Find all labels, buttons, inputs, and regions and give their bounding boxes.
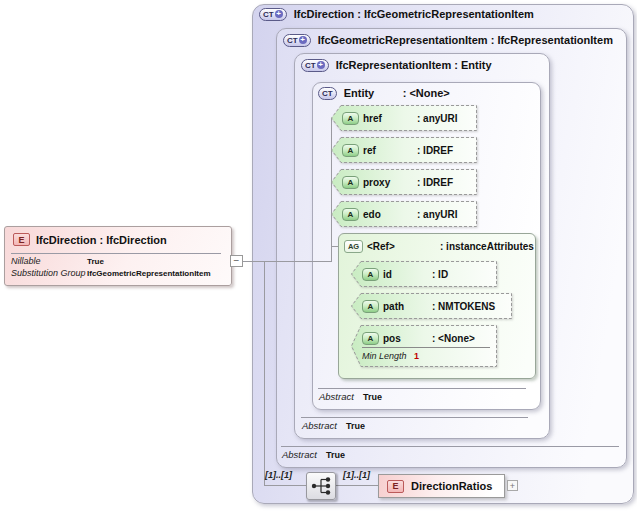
abstract-value: True — [346, 421, 365, 431]
abstract-separator — [301, 417, 528, 418]
attribute-href[interactable]: Ahref: anyURI — [331, 105, 477, 131]
header-ifcrepresentationitem: CT+ IfcRepresentationItem : Entity — [301, 58, 492, 72]
attribute-group-name: <Ref> — [367, 241, 436, 252]
element-header: E IfcDirection : IfcDirection — [13, 233, 167, 246]
attribute-group-type: : instanceAttributes — [440, 241, 534, 252]
attribute-icon: A — [342, 112, 359, 125]
type-title: IfcGeometricRepresentationItem : IfcRepr… — [318, 34, 613, 46]
abstract-separator — [318, 388, 526, 389]
attribute-name: path — [383, 301, 428, 312]
attribute-type: : anyURI — [417, 209, 458, 220]
attribute-type: : ID — [432, 269, 448, 280]
expand-button[interactable]: + — [507, 480, 518, 491]
attribute-group-icon: AG — [344, 240, 363, 253]
schema-diagram: CT+ IfcDirection : IfcGeometricRepresent… — [0, 0, 637, 511]
attribute-type: : <None> — [432, 333, 475, 344]
attribute-icon: A — [362, 300, 379, 313]
attribute-type: : anyURI — [417, 113, 458, 124]
attribute-id[interactable]: Aid: ID — [351, 261, 497, 287]
attribute-path[interactable]: Apath: NMTOKENS — [351, 293, 512, 319]
connector-line — [264, 485, 306, 486]
collapse-button[interactable]: − — [230, 255, 243, 267]
attribute-ref[interactable]: Aref: IDREF — [331, 137, 477, 163]
property-label: Substitution Group — [11, 268, 86, 278]
abstract-value: True — [363, 392, 382, 402]
complextype-icon[interactable]: CT — [318, 87, 337, 100]
element-directionratios[interactable]: E DirectionRatios — [378, 474, 505, 498]
property-value: True — [87, 257, 104, 266]
abstract-label: Abstract — [319, 391, 354, 402]
abstract-value: True — [326, 450, 345, 460]
attribute-group-header: AG <Ref> : instanceAttributes — [344, 239, 534, 253]
derived-plus-icon: + — [299, 36, 307, 44]
header-ifcdirection-type: CT+ IfcDirection : IfcGeometricRepresent… — [259, 7, 534, 21]
type-title: IfcRepresentationItem : Entity — [336, 59, 492, 71]
cardinality-label: [1]..[1] — [265, 470, 292, 480]
attribute-proxy[interactable]: Aproxy: IDREF — [331, 169, 477, 195]
attribute-edo[interactable]: Aedo: anyURI — [331, 201, 477, 227]
connector-line — [264, 261, 265, 486]
element-icon: E — [13, 233, 30, 246]
facet-separator — [362, 347, 490, 348]
facet-label: Min Length — [362, 351, 407, 361]
attribute-type: : NMTOKENS — [432, 301, 495, 312]
element-separator — [11, 253, 221, 254]
attribute-icon: A — [362, 332, 379, 345]
abstract-label: Abstract — [282, 449, 317, 460]
sequence-icon[interactable] — [306, 472, 336, 500]
attribute-name: proxy — [363, 177, 413, 188]
cardinality-label: [1]..[1] — [343, 470, 370, 480]
sequence-glyph — [307, 473, 335, 499]
element-icon: E — [387, 480, 404, 493]
attribute-icon: A — [342, 176, 359, 189]
element-title: IfcDirection : IfcDirection — [36, 234, 167, 246]
attribute-name: href — [363, 113, 413, 124]
property-label: Nillable — [11, 256, 41, 266]
header-entity: CT Entity : <None> — [318, 86, 450, 100]
derived-plus-icon: + — [317, 61, 325, 69]
type-name: Entity — [344, 87, 396, 99]
attribute-name: pos — [383, 333, 428, 344]
attribute-name: edo — [363, 209, 413, 220]
complextype-icon[interactable]: CT+ — [283, 34, 311, 47]
type-base: : <None> — [403, 87, 450, 99]
attribute-name: ref — [363, 145, 413, 156]
property-value: IfcGeometricRepresentationItem — [87, 269, 211, 278]
attribute-type: : IDREF — [417, 177, 453, 188]
attribute-icon: A — [342, 208, 359, 221]
element-name: DirectionRatios — [411, 480, 492, 492]
attribute-name: id — [383, 269, 428, 280]
element-box-ifcdirection[interactable]: E IfcDirection : IfcDirection Nillable T… — [4, 226, 232, 286]
complextype-icon[interactable]: CT+ — [301, 59, 329, 72]
complextype-icon[interactable]: CT+ — [259, 8, 287, 21]
facet-value: 1 — [414, 351, 419, 361]
connector-line — [230, 261, 331, 262]
abstract-label: Abstract — [302, 420, 337, 431]
connector-line — [334, 485, 378, 486]
attribute-type: : IDREF — [417, 145, 453, 156]
attribute-icon: A — [362, 268, 379, 281]
derived-plus-icon: + — [275, 10, 283, 18]
header-ifcgeometricrepresentationitem: CT+ IfcGeometricRepresentationItem : Ifc… — [283, 33, 613, 47]
attribute-icon: A — [342, 144, 359, 157]
abstract-separator — [281, 446, 619, 447]
type-title: IfcDirection : IfcGeometricRepresentatio… — [294, 8, 534, 20]
